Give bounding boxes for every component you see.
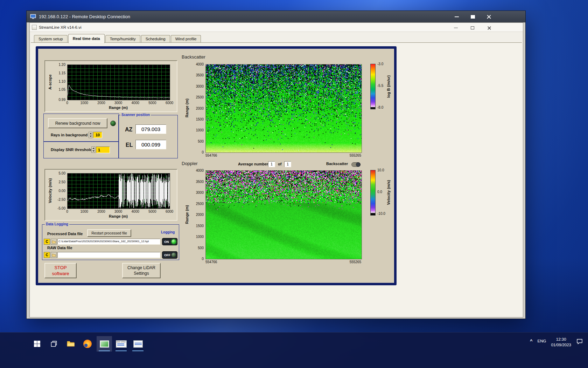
raw-logging-toggle-off[interactable]: OFF	[162, 251, 177, 259]
close-icon	[487, 26, 491, 30]
window-content-lines-icon	[135, 343, 142, 343]
app-close-button[interactable]	[484, 24, 495, 32]
app-window-taskbar-button[interactable]	[130, 336, 146, 352]
average-of-label: of	[278, 162, 281, 166]
restart-processed-file-button[interactable]: Restart processed file	[87, 229, 131, 237]
rdp-minimize-button[interactable]	[451, 13, 462, 21]
velocity-x-ticks: 0100020003000400050006000	[67, 210, 169, 214]
tick-label: 3000	[196, 84, 204, 88]
tick-label: 5000	[148, 101, 156, 105]
desktop-wallpaper: 192.168.0.122 - Remote Desktop Connectio…	[0, 0, 588, 368]
stop-label-line1: STOP	[54, 265, 66, 271]
data-logging-box: Processed Data file Restart processed fi…	[42, 224, 179, 260]
close-icon	[486, 14, 491, 19]
tick-label: 0.99	[59, 98, 65, 102]
el-value-field[interactable]: 000.099	[135, 140, 166, 149]
tick-label: 6000	[166, 101, 173, 105]
tick-label: 10.0	[377, 168, 384, 172]
action-center-button[interactable]	[576, 335, 583, 346]
app-window-title: StreamLine XR v14-6.vi	[39, 25, 81, 29]
rdp-window-title: 192.168.0.122 - Remote Desktop Connectio…	[39, 14, 130, 19]
app-titlebar[interactable]: StreamLine XR v14-6.vi	[30, 23, 523, 32]
windows-logo-icon	[34, 340, 41, 347]
increment-icon	[90, 133, 92, 134]
tick-label: 1500	[196, 224, 204, 227]
average-number-field[interactable]: 1	[268, 161, 275, 167]
tick-label: 4000	[132, 101, 139, 105]
tab-wind-profile[interactable]: Wind profile	[171, 35, 201, 43]
tab-scheduling[interactable]: Scheduling	[141, 35, 170, 43]
stop-software-button[interactable]: STOP software	[44, 263, 77, 278]
backscatter-title: Backscatter	[182, 54, 205, 60]
tick-label: 0	[66, 101, 68, 105]
raw-data-file-label: RAW Data file	[47, 246, 72, 250]
processed-logging-toggle-on[interactable]: ON	[162, 238, 177, 245]
tick-label: 2000	[196, 106, 204, 110]
folder-icon	[52, 240, 56, 244]
switch-knob-icon	[356, 162, 360, 167]
labview-vi-icon	[32, 25, 37, 30]
raw-browse-button[interactable]	[51, 252, 57, 258]
rdp-maximize-button[interactable]	[467, 13, 478, 21]
processed-drive-selector[interactable]: C	[44, 239, 50, 245]
rays-spinner[interactable]	[89, 132, 92, 138]
processed-data-file-path[interactable]: C:\Lidar\Data\Proc\2023\202309\20230901\…	[57, 239, 160, 245]
backscatter-x-ticks: 554766555265	[205, 154, 361, 158]
clock[interactable]: 12:30 01/09/2023	[551, 335, 571, 348]
doppler-title: Doppler	[182, 161, 198, 166]
tray-time: 12:30	[551, 336, 571, 342]
firefox-button[interactable]	[80, 336, 95, 352]
snr-spinner[interactable]	[91, 146, 95, 153]
hidden-icons-chevron[interactable]: ^	[530, 335, 533, 343]
tab-system-setup[interactable]: System setup	[34, 35, 68, 43]
backscatter-toggle-label: Backscatter	[326, 162, 348, 166]
tick-label: 4000	[196, 169, 204, 172]
ascope-plot-canvas	[67, 64, 170, 100]
tick-label: -8.0	[377, 105, 383, 109]
snr-group-box: Display SNR threshold 1	[43, 142, 119, 158]
start-button[interactable]	[29, 336, 45, 352]
tick-label: 3500	[196, 73, 204, 77]
app-restore-button[interactable]	[467, 24, 478, 32]
tab-temp-humidity[interactable]: Temp/humidity	[105, 35, 140, 43]
rays-in-background-field[interactable]: 10	[93, 132, 102, 138]
change-lidar-settings-button[interactable]: Change LiDAR Settings	[122, 263, 161, 278]
taskbar: Scan sched ^ ENG 12:30 01/09/2023	[0, 332, 588, 368]
average-total-field[interactable]: 1	[284, 161, 291, 167]
scan-scheduler-taskbar-button[interactable]: Scan sched	[113, 336, 129, 352]
tick-label: -5.00	[57, 206, 65, 210]
tick-label: 1000	[80, 210, 88, 213]
file-explorer-icon	[67, 341, 75, 347]
rdp-titlebar[interactable]: 192.168.0.122 - Remote Desktop Connectio…	[27, 11, 525, 22]
action-center-icon	[576, 338, 583, 345]
language-indicator[interactable]: ENG	[538, 335, 546, 343]
rdp-taskbar-button[interactable]	[97, 336, 112, 352]
decrement-icon	[92, 150, 94, 152]
tick-label: 1.05	[59, 88, 65, 91]
minimize-icon	[455, 16, 459, 17]
maximize-icon	[471, 15, 475, 19]
doppler-x-ticks: 554766555265	[205, 260, 361, 264]
restore-icon	[471, 26, 474, 29]
change-label-line1: Change LiDAR	[127, 265, 155, 271]
processed-data-file-label: Processed Data file	[47, 232, 83, 236]
doppler-colorbar	[370, 170, 376, 216]
rdp-computer-icon	[30, 14, 36, 19]
raw-drive-selector[interactable]: C	[44, 252, 50, 258]
app-minimize-button[interactable]	[450, 24, 461, 32]
file-explorer-button[interactable]	[63, 336, 78, 352]
task-view-button[interactable]	[46, 336, 62, 352]
processed-browse-button[interactable]	[51, 239, 57, 245]
snr-threshold-field[interactable]: 1	[96, 146, 110, 153]
rays-in-background-label: Rays in background	[51, 133, 88, 137]
velocity-y-axis-label: Velocity (m/s)	[48, 178, 52, 203]
backscatter-doppler-switch[interactable]	[351, 162, 360, 167]
renew-background-button[interactable]: Renew background now	[48, 118, 107, 128]
tick-label: 3500	[196, 179, 204, 183]
rdp-close-button[interactable]	[483, 13, 495, 21]
az-value-field[interactable]: 079.003	[135, 124, 166, 134]
tick-label: 1000	[196, 128, 204, 132]
increment-icon	[92, 148, 94, 149]
tab-real-time-data[interactable]: Real time data	[68, 34, 105, 43]
raw-data-file-path[interactable]	[57, 252, 160, 258]
